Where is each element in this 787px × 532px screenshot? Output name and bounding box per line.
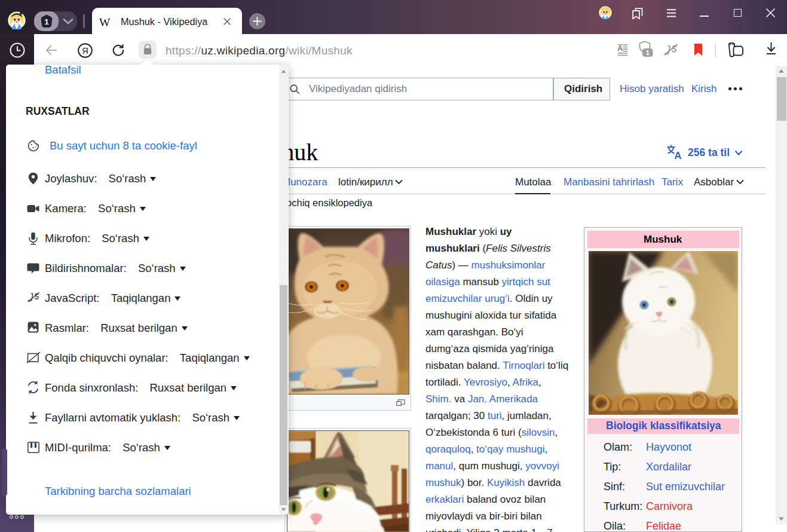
svg-text:1: 1: [44, 17, 49, 26]
svg-text:Я: Я: [82, 46, 88, 56]
svg-text:1: 1: [645, 49, 650, 56]
svg-text:A: A: [674, 150, 681, 160]
svg-text:A: A: [617, 44, 623, 53]
